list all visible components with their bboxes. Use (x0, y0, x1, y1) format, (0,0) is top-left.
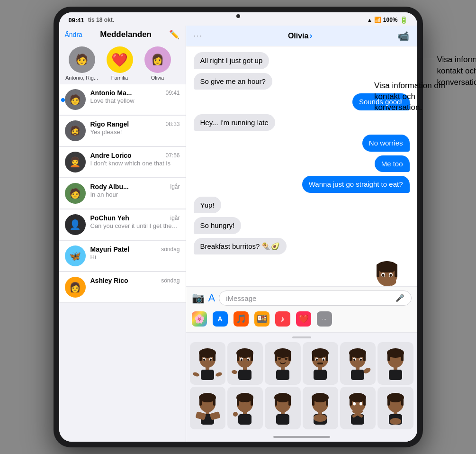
svg-point-112 (359, 402, 362, 405)
memoji-sticker-10[interactable] (303, 387, 338, 429)
svg-rect-32 (238, 370, 251, 380)
conv-andre[interactable]: 🧑‍🦱 Andre Lorico 07:56 I don't know whic… (59, 146, 186, 178)
video-call-icon[interactable]: 📹 (397, 30, 409, 42)
pinned-contact-antonio[interactable]: 🧑 Antonio, Rig... (65, 46, 99, 81)
apps-button[interactable]: A (208, 292, 216, 304)
memoji-sticker-2[interactable] (227, 342, 263, 385)
bubble-7: Wanna just go straight to eat? (302, 176, 410, 193)
svg-rect-18 (213, 351, 216, 361)
svg-rect-48 (312, 351, 314, 361)
svg-point-111 (353, 402, 356, 405)
conv-rody[interactable]: 🧑 Rody Albu... igår In an hour (59, 178, 186, 209)
svg-rect-56 (317, 363, 323, 364)
svg-rect-20 (201, 370, 214, 380)
conv-antonio-preview: Love that yellow (90, 97, 180, 104)
message-input[interactable]: iMessage 🎤 (219, 291, 411, 306)
svg-rect-71 (401, 351, 404, 361)
bubble-1: All right I just got up (194, 52, 269, 69)
bubble-2: So give me an hour? (194, 73, 272, 90)
conv-mayuri-preview: Hi (90, 254, 180, 261)
time: 09:41 (69, 17, 84, 24)
svg-rect-95 (281, 410, 285, 414)
svg-rect-117 (387, 395, 390, 406)
svg-rect-41 (288, 351, 291, 361)
pochun-conv-emoji: 👤 (69, 219, 81, 230)
memoji-sticker-3[interactable] (265, 342, 300, 385)
familia-name: Familia (111, 75, 128, 81)
conv-rigo[interactable]: 🧔 Rigo Rangel 08:33 Yes please! (59, 115, 186, 146)
msg-1: All right I just got up (194, 52, 410, 69)
svg-rect-60 (363, 351, 366, 361)
andre-conv-emoji: 🧑‍🦱 (69, 156, 81, 168)
memoji-sticker-7[interactable] (190, 387, 225, 429)
memoji-sticker-1[interactable] (190, 342, 225, 385)
msg-5: No worries (194, 135, 410, 152)
svg-point-45 (285, 358, 287, 360)
memoji-sticker-12[interactable] (377, 387, 413, 429)
antonio-name: Antonio, Rig... (65, 75, 98, 81)
svg-rect-4 (380, 262, 383, 272)
memoji-sticker-6[interactable] (377, 342, 413, 385)
svg-rect-88 (238, 414, 251, 425)
pinned-contact-familia[interactable]: ❤️ Familia (103, 46, 137, 81)
svg-point-89 (242, 402, 247, 406)
svg-point-54 (316, 358, 318, 361)
memoji-sticker-11[interactable] (340, 387, 376, 429)
stickers-icon[interactable]: 🍱 (254, 311, 269, 327)
conv-mayuri[interactable]: 🦋 Mayuri Patel söndag Hi (59, 240, 186, 272)
bubble-10: Breakfast burritos? 🌯🥑 (194, 238, 287, 255)
msg-7: Wanna just go straight to eat? (194, 176, 410, 193)
more-apps-icon[interactable]: ··· (317, 311, 332, 327)
svg-rect-50 (318, 366, 322, 370)
chat-header: ··· Olivia › 📹 (186, 26, 417, 46)
svg-rect-62 (351, 370, 364, 380)
svg-rect-93 (275, 395, 277, 406)
wifi-icon: 📶 (374, 17, 381, 23)
soundcloud-icon[interactable]: 🎵 (234, 311, 249, 327)
svg-rect-59 (350, 351, 352, 361)
home-bar (273, 436, 330, 438)
svg-rect-108 (363, 395, 366, 406)
svg-rect-30 (251, 351, 253, 361)
chat-contact-name[interactable]: Olivia › (288, 31, 313, 41)
conv-mayuri-time: söndag (161, 246, 180, 253)
svg-rect-19 (206, 366, 209, 370)
svg-point-65 (353, 358, 355, 361)
music-icon[interactable]: ♪ (275, 311, 290, 327)
mic-icon[interactable]: 🎤 (395, 294, 404, 302)
edit-button[interactable]: Ändra (65, 31, 82, 38)
photos-app-icon[interactable]: 🌸 (192, 311, 207, 327)
svg-rect-29 (237, 351, 239, 361)
conv-pochun-time: igår (170, 215, 180, 221)
ashley-conv-emoji: 👩 (69, 281, 81, 293)
conv-ashley[interactable]: 👩 Ashley Rico söndag (59, 272, 186, 303)
signal-icon: ▲ (367, 17, 372, 23)
svg-point-37 (232, 370, 238, 374)
conv-pochun[interactable]: 👤 PoChun Yeh igår Can you cover it until… (59, 209, 186, 240)
compose-icon[interactable]: ✏️ (169, 29, 180, 40)
svg-rect-77 (199, 395, 202, 406)
home-indicator (186, 433, 417, 442)
svg-rect-119 (394, 410, 397, 414)
chevron-icon: › (309, 31, 312, 41)
svg-point-12 (382, 274, 384, 277)
rigo-conv-emoji: 🧔 (69, 125, 81, 136)
svg-point-24 (210, 358, 212, 361)
memoji-sticker-4[interactable] (303, 342, 338, 385)
svg-rect-87 (243, 410, 247, 414)
svg-point-26 (215, 371, 222, 377)
memoji-sticker-9[interactable] (265, 387, 300, 429)
memoji-sticker-8[interactable] (227, 387, 263, 429)
appstore-icon[interactable]: A (213, 311, 228, 327)
svg-point-121 (390, 418, 401, 425)
pinned-contact-olivia[interactable]: 👩 Olivia (141, 46, 175, 81)
camera-button[interactable]: 📷 (192, 292, 205, 304)
familia-avatar-emoji: ❤️ (111, 52, 128, 68)
conv-antonio[interactable]: 🧑 Antonio Ma... 09:41 Love that yellow (59, 84, 186, 115)
svg-point-55 (323, 358, 324, 361)
memoji-sticker-5[interactable] (340, 342, 376, 385)
hearts-icon[interactable]: ❤️ (296, 311, 311, 327)
svg-point-74 (393, 358, 398, 363)
svg-point-35 (241, 358, 242, 361)
conv-antonio-name: Antonio Ma... (90, 89, 132, 97)
